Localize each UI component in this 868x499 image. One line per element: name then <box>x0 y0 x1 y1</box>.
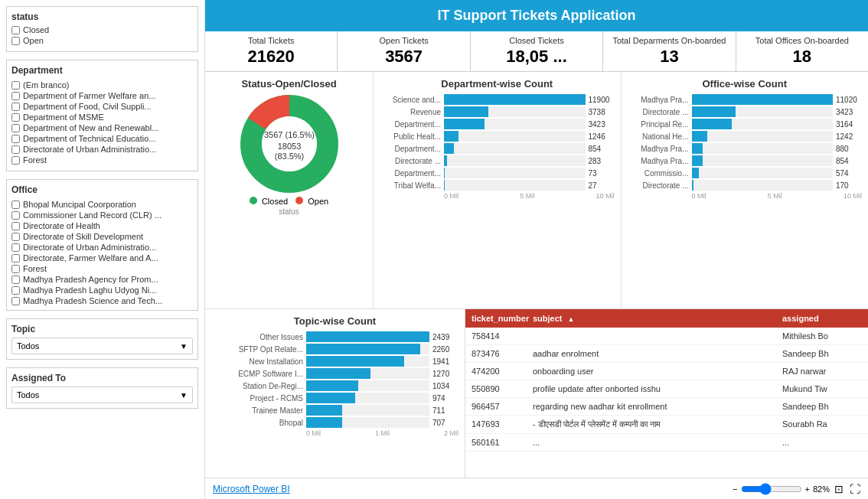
bar-row: Madhya Pra... 11020 <box>631 94 860 105</box>
bar-label: Project - RCMS <box>214 394 306 403</box>
table-row[interactable]: 873476 aadhar enrolment Sandeep Bh <box>465 345 868 363</box>
stat-total-label: Total Tickets <box>213 36 329 45</box>
donut-axis-label: status <box>211 207 367 216</box>
zoom-slider[interactable] <box>741 483 802 495</box>
topic-dropdown[interactable]: Todos ▼ <box>11 338 193 354</box>
powerbi-link[interactable]: Microsoft Power BI <box>213 484 290 494</box>
sidebar: status Closed Open Department (Em branco… <box>0 0 205 499</box>
department-list: (Em branco) Department of Farmer Welfare… <box>11 79 193 166</box>
bar-row: Department... 73 <box>383 168 612 178</box>
zoom-value: 82% <box>813 484 830 494</box>
donut-chart-panel: Status-Open/Closed 3567 (16.5%) 18053 (8… <box>205 72 374 308</box>
bar-fill <box>444 106 488 117</box>
table-row[interactable]: 550890 profile update after onborted iss… <box>465 380 868 398</box>
bar-label: Madhya Pra... <box>631 145 692 153</box>
bar-label: Madhya Pra... <box>631 96 692 104</box>
bar-label: SFTP Opt Relate... <box>214 345 306 354</box>
status-open-checkbox[interactable] <box>11 37 20 45</box>
bar-value: 707 <box>432 419 455 427</box>
bar-row: Directorate ... 170 <box>631 180 860 191</box>
office-bar-chart: Madhya Pra... 11020 Directorate ... 3423… <box>628 94 863 191</box>
office-filter-title: Office <box>11 184 193 195</box>
bar-fill <box>306 368 370 379</box>
bar-label: Department... <box>383 145 444 153</box>
bar-row: Madhya Pra... 854 <box>631 155 860 166</box>
td-subject: ... <box>527 434 776 451</box>
bar-row: Public Healt... 1246 <box>383 131 612 142</box>
office-skill[interactable]: Directorate of Skill Development <box>11 232 193 241</box>
office-urban-admin[interactable]: Directorate of Urban Administratio... <box>11 243 193 252</box>
topic-filter-title: Topic <box>11 324 193 334</box>
office-forest[interactable]: Forest <box>11 264 193 273</box>
bar-fill <box>444 119 485 129</box>
bar-track <box>306 331 429 342</box>
office-clr[interactable]: Commissioner Land Record (CLR) ... <box>11 210 193 220</box>
stat-total-value: 21620 <box>213 47 329 67</box>
assigned-filter-title: Assigned To <box>11 373 193 383</box>
table-row[interactable]: 758414 Mithilesh Bo <box>465 328 868 345</box>
office-farmer-welfare[interactable]: Directorate, Farmer Welfare and A... <box>11 253 193 263</box>
fit-page-icon[interactable]: ⊡ <box>834 483 844 495</box>
stat-closed-label: Closed Tickets <box>478 36 595 45</box>
bar-label: Department... <box>383 120 444 129</box>
zoom-plus[interactable]: + <box>805 484 810 494</box>
table-row[interactable]: 966457 regarding new aadhar kit enrollme… <box>465 398 868 416</box>
svg-text:3567 (16.5%): 3567 (16.5%) <box>263 130 314 139</box>
dept-chart-panel: Department-wise Count Science and... 119… <box>374 72 622 308</box>
bar-row: Station De-Regi... 1034 <box>214 380 455 391</box>
status-open-item[interactable]: Open <box>11 36 193 45</box>
bar-fill <box>692 119 733 129</box>
table-row[interactable]: 474200 onboarding user RAJ narwar <box>465 363 868 380</box>
dept-urban[interactable]: Directorate of Urban Administratio... <box>11 145 193 154</box>
bar-row: Tribal Welfa... 27 <box>383 180 612 191</box>
dept-embranco[interactable]: (Em branco) <box>11 80 193 90</box>
office-bhopal-mun[interactable]: Bhopal Muncipal Coorporation <box>11 200 193 209</box>
td-subject: onboarding user <box>527 363 776 380</box>
bar-row: Department... 854 <box>383 143 612 154</box>
bar-label: New Installation <box>214 357 306 366</box>
dept-farmer[interactable]: Department of Farmer Welfare an... <box>11 91 193 100</box>
stat-depts-value: 13 <box>611 47 727 67</box>
table-row[interactable]: 560161 ... ... <box>465 434 868 452</box>
bar-fill <box>692 180 694 191</box>
assigned-dropdown[interactable]: Todos ▼ <box>11 386 193 403</box>
stat-closed-value: 18,05 ... <box>478 47 595 67</box>
dept-technical[interactable]: Department of Technical Educatio... <box>11 134 193 143</box>
office-mp-laghu[interactable]: Madhya Pradesh Laghu Udyog Ni... <box>11 285 193 295</box>
stat-offices-label: Total Offices On-boarded <box>744 36 860 45</box>
bar-label: Commissio... <box>631 169 692 178</box>
assigned-value: Todos <box>17 390 39 400</box>
table-row[interactable]: 147693 - डीएसडी पोर्टल में प्लेसमेंट में… <box>465 416 868 434</box>
office-mp-agency[interactable]: Madhya Pradesh Agency for Prom... <box>11 275 193 284</box>
topic-chart-panel: Topic-wise Count Other Issues 2439 SFTP … <box>205 309 465 478</box>
bar-row: Commissio... 574 <box>631 168 860 178</box>
bar-track <box>444 94 586 105</box>
bar-track <box>692 168 834 178</box>
app-title: IT Support Tickets Application <box>437 8 635 23</box>
dept-food[interactable]: Department of Food, Civil Suppli... <box>11 102 193 111</box>
zoom-minus[interactable]: − <box>733 484 737 494</box>
bar-fill <box>444 94 586 105</box>
status-closed-checkbox[interactable] <box>11 26 20 34</box>
office-health[interactable]: Directorate of Health <box>11 221 193 230</box>
dept-renewable[interactable]: Department of New and Renewabl... <box>11 123 193 132</box>
topic-dropdown-arrow: ▼ <box>180 342 188 351</box>
footer-right: − + 82% ⊡ ⛶ <box>733 483 860 495</box>
office-mp-science[interactable]: Madhya Pradesh Science and Tech... <box>11 296 193 305</box>
dept-forest[interactable]: Forest <box>11 155 193 165</box>
office-filter-section: Office Bhopal Muncipal Coorporation Comm… <box>6 179 198 311</box>
closed-dot <box>250 197 257 204</box>
fullscreen-icon[interactable]: ⛶ <box>850 483 860 495</box>
bar-track <box>306 344 429 354</box>
status-closed-item[interactable]: Closed <box>11 25 193 34</box>
bar-label: Directorate ... <box>631 181 692 190</box>
topic-filter-section: Topic Todos ▼ <box>6 318 198 360</box>
bar-track <box>444 119 586 129</box>
bar-row: Trainee Master 711 <box>214 405 455 416</box>
stat-total-depts: Total Deparments On-boarded 13 <box>603 31 736 71</box>
bar-row: Madhya Pra... 880 <box>631 143 860 154</box>
dept-msme[interactable]: Department of MSME <box>11 113 193 122</box>
bar-track <box>306 393 429 403</box>
bar-track <box>444 168 586 178</box>
bar-track <box>306 405 429 416</box>
